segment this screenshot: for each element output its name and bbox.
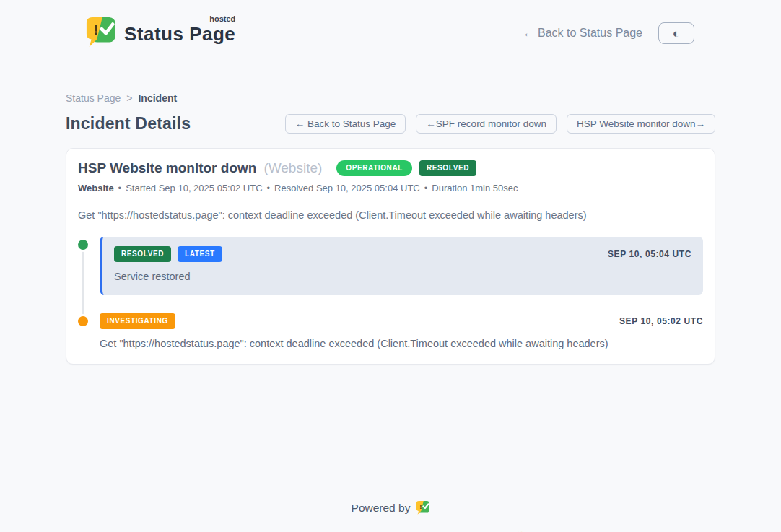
breadcrumb-separator: >	[126, 92, 132, 104]
powered-by-label: Powered by	[352, 502, 411, 515]
incident-title: HSP Website monitor down	[78, 160, 256, 176]
incident-nav-buttons: ← Back to Status Page ←SPF record monito…	[285, 114, 715, 134]
header-back-link[interactable]: ← Back to Status Page	[523, 27, 642, 40]
timeline-message: Get "https://hostedstatus.page": context…	[100, 338, 703, 349]
app-logo[interactable]: ! Status Page hosted	[85, 16, 235, 51]
theme-toggle-icon: ◐	[673, 27, 680, 40]
breadcrumb-incident: Incident	[138, 92, 177, 104]
meta-started: Started Sep 10, 2025 05:02 UTC	[126, 183, 262, 193]
meta-component: Website	[78, 183, 114, 193]
logo-hosted-label: hosted	[209, 14, 235, 23]
meta-separator: •	[267, 183, 271, 193]
timeline-timestamp: SEP 10, 05:04 UTC	[608, 249, 691, 259]
incident-card: HSP Website monitor down (Website) OPERA…	[66, 148, 715, 365]
svg-text:!: !	[420, 502, 422, 510]
timeline-event-resolved: RESOLVED LATEST SEP 10, 05:04 UTC Servic…	[78, 237, 703, 295]
timeline-event-latest-box: RESOLVED LATEST SEP 10, 05:04 UTC Servic…	[100, 237, 703, 295]
meta-separator: •	[424, 183, 428, 193]
svg-text:!: !	[93, 21, 98, 38]
status-page-logo-icon: !	[85, 16, 115, 51]
breadcrumb-status-page[interactable]: Status Page	[66, 92, 121, 104]
prev-incident-button[interactable]: ←SPF record monitor down	[416, 114, 557, 134]
back-to-status-page-button[interactable]: ← Back to Status Page	[285, 114, 406, 134]
hsp-mini-logo-icon[interactable]: !	[416, 500, 429, 516]
theme-toggle-button[interactable]: ◐	[658, 22, 694, 44]
logo-text: Status Page	[124, 23, 235, 45]
timeline-resolved-badge: RESOLVED	[114, 246, 171, 262]
operational-status-badge: OPERATIONAL	[336, 160, 412, 176]
page-title: Incident Details	[66, 114, 191, 134]
incident-timeline: RESOLVED LATEST SEP 10, 05:04 UTC Servic…	[78, 237, 703, 349]
timeline-message: Service restored	[114, 271, 691, 282]
next-incident-button[interactable]: HSP Website monitor down→	[567, 114, 715, 134]
timeline-latest-badge: LATEST	[178, 246, 222, 262]
resolved-status-badge: RESOLVED	[419, 160, 476, 176]
meta-resolved: Resolved Sep 10, 2025 05:04 UTC	[274, 183, 420, 193]
main-content: Status Page > Incident Incident Details …	[66, 55, 715, 532]
timeline-event-investigating: INVESTIGATING SEP 10, 05:02 UTC Get "htt…	[78, 313, 703, 349]
meta-duration: Duration 1min 50sec	[432, 183, 518, 193]
incident-description: Get "https://hostedstatus.page": context…	[78, 209, 703, 221]
investigating-dot-icon	[78, 316, 88, 326]
incident-component: (Website)	[263, 160, 322, 176]
timeline-investigating-badge: INVESTIGATING	[100, 313, 175, 329]
incident-meta: Website • Started Sep 10, 2025 05:02 UTC…	[78, 183, 703, 193]
timeline-timestamp: SEP 10, 05:02 UTC	[619, 316, 703, 326]
page-footer: Powered by ! © 2025-10-08 14:10:34.77208…	[66, 500, 715, 532]
resolved-dot-icon	[78, 240, 88, 250]
breadcrumb: Status Page > Incident	[66, 92, 715, 104]
page-header: ! Status Page hosted ← Back to Status Pa…	[0, 0, 781, 55]
meta-separator: •	[118, 183, 122, 193]
